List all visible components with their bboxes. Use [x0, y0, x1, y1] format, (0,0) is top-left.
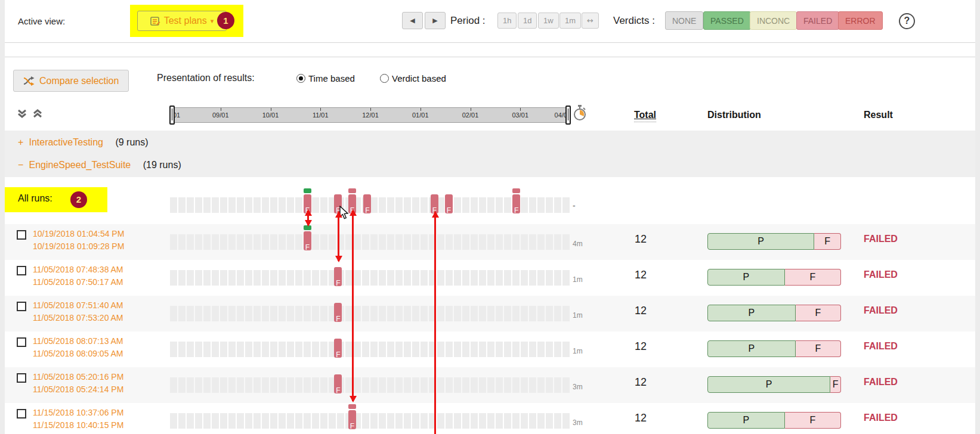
distribution-bar: P F [707, 412, 841, 429]
run-timestamps[interactable]: 11/05/2018 08:07:13 AM 11/05/2018 08:09:… [33, 335, 123, 360]
radio-time-based[interactable]: Time based [296, 73, 355, 83]
run-checkbox[interactable] [17, 409, 26, 418]
run-end-time[interactable]: 11/15/2018 10:40:15 PM [33, 419, 123, 432]
runs-table: All runs: 2 FFFFFFF - 10/19/2018 01:04:5… [5, 190, 975, 434]
run-start-time[interactable]: 11/05/2018 08:07:13 AM [33, 335, 123, 348]
failed-run-marker[interactable]: F [431, 194, 438, 213]
run-start-time[interactable]: 11/05/2018 07:51:40 AM [33, 299, 123, 312]
verdict-passed-toggle[interactable]: PASSED [703, 11, 751, 30]
expand-all-icon[interactable] [17, 108, 27, 122]
timeline-range-slider[interactable]: 0109/0110/0111/0112/0101/0102/0103/0104/… [170, 107, 570, 123]
run-timestamps[interactable]: 11/05/2018 07:51:40 AM 11/05/2018 07:53:… [33, 299, 123, 324]
run-end-time[interactable]: 11/05/2018 07:50:17 AM [33, 276, 123, 289]
caret-down-icon: ▾ [211, 17, 214, 25]
failed-run-marker[interactable]: F [334, 339, 342, 358]
run-duration: 1m [573, 347, 583, 355]
annotation-badge-1: 1 [217, 12, 234, 29]
tree-item-run-count: (19 runs) [143, 160, 181, 170]
run-timestamps[interactable]: 11/15/2018 10:37:06 PM 11/15/2018 10:40:… [33, 407, 123, 432]
distribution-failed-segment[interactable]: F [830, 376, 841, 393]
column-header-total[interactable]: Total [634, 110, 656, 122]
distribution-passed-segment[interactable]: P [707, 305, 796, 321]
run-end-time[interactable]: 11/05/2018 05:24:14 PM [33, 383, 123, 396]
run-checkbox[interactable] [17, 266, 26, 275]
failed-run-marker[interactable]: F [334, 374, 342, 393]
run-end-time[interactable]: 10/19/2018 01:09:28 PM [33, 240, 124, 253]
failed-run-marker[interactable]: F [304, 194, 311, 213]
run-end-time[interactable]: 11/05/2018 08:09:05 AM [33, 348, 123, 360]
column-header-result: Result [864, 110, 893, 120]
distribution-passed-segment[interactable]: P [707, 376, 830, 393]
run-marker-cap-red [348, 188, 356, 193]
distribution-passed-segment[interactable]: P [707, 340, 796, 357]
verdict-inconc-toggle[interactable]: INCONC [750, 11, 797, 30]
failed-run-marker[interactable]: F [304, 231, 311, 250]
test-plans-dropdown[interactable]: Test plans ▾ [137, 11, 227, 31]
run-timestamps[interactable]: 11/05/2018 07:48:38 AM 11/05/2018 07:50:… [33, 264, 123, 289]
tree-item-label[interactable]: EngineSpeed_TestSuite [29, 160, 131, 170]
help-icon[interactable]: ? [899, 13, 915, 29]
run-checkbox[interactable] [17, 230, 26, 240]
compare-arrows-icon [23, 76, 35, 86]
tree-item-label[interactable]: InteractiveTesting [29, 137, 103, 147]
tree-item-enginespeed-testsuite[interactable]: − EngineSpeed_TestSuite (19 runs) [18, 160, 181, 172]
compare-selection-button[interactable]: Compare selection [13, 70, 129, 92]
verdict-error-toggle[interactable]: ERROR [838, 11, 883, 30]
tree-item-interactivetesting[interactable]: + InteractiveTesting (9 runs) [18, 137, 149, 149]
run-row: 11/15/2018 10:37:06 PM 11/15/2018 10:40:… [5, 403, 975, 434]
period-1h-button[interactable]: 1h [497, 13, 517, 29]
run-row: 11/05/2018 07:48:38 AM 11/05/2018 07:50:… [5, 260, 975, 296]
timeline-handle-left[interactable] [169, 106, 175, 125]
failed-run-marker[interactable]: F [334, 194, 342, 213]
period-1d-button[interactable]: 1d [518, 13, 537, 29]
timeline-date-label: 10/01 [262, 111, 279, 119]
distribution-passed-segment[interactable]: P [707, 412, 785, 429]
distribution-passed-segment[interactable]: P [707, 233, 814, 250]
failed-run-marker[interactable]: F [334, 267, 342, 286]
distribution-failed-segment[interactable]: F [814, 233, 841, 250]
run-timestamps[interactable]: 11/05/2018 05:20:16 PM 11/05/2018 05:24:… [33, 371, 123, 396]
run-checkbox[interactable] [17, 337, 26, 347]
distribution-bar: P F [707, 305, 841, 321]
failed-run-marker[interactable]: F [512, 194, 520, 213]
distribution-failed-segment[interactable]: F [796, 340, 841, 357]
run-checkbox[interactable] [17, 302, 26, 311]
stopwatch-icon[interactable] [573, 104, 587, 123]
failed-run-marker[interactable]: F [348, 194, 356, 213]
timeline-prev-button[interactable]: ◀ [402, 12, 423, 29]
failed-run-marker[interactable]: F [363, 194, 371, 213]
failed-run-marker[interactable]: F [334, 303, 342, 322]
period-1w-button[interactable]: 1w [538, 13, 559, 29]
distribution-passed-segment[interactable]: P [707, 269, 785, 286]
run-marker-cap-green [304, 225, 311, 230]
compare-selection-label: Compare selection [39, 76, 119, 86]
failed-run-marker[interactable]: F [445, 194, 453, 213]
run-timestamps[interactable]: 10/19/2018 01:04:54 PM 10/19/2018 01:09:… [33, 228, 124, 253]
run-start-time[interactable]: 11/05/2018 05:20:16 PM [33, 371, 123, 383]
distribution-failed-segment[interactable]: F [785, 269, 841, 286]
run-checkbox[interactable] [17, 373, 26, 383]
timeline-date-label: 02/01 [462, 111, 479, 119]
period-1m-button[interactable]: 1m [559, 13, 581, 29]
run-result: FAILED [864, 234, 898, 244]
timeline-next-button[interactable]: ▶ [425, 12, 446, 29]
distribution-failed-segment[interactable]: F [785, 412, 841, 429]
run-total: 12 [619, 233, 662, 246]
run-duration: 3m [573, 383, 583, 391]
run-duration: 1m [573, 275, 583, 284]
collapse-all-icon[interactable] [32, 108, 43, 122]
run-start-time[interactable]: 10/19/2018 01:04:54 PM [33, 228, 124, 240]
run-timeline-strip: F [170, 270, 570, 286]
failed-run-marker[interactable]: F [348, 410, 356, 429]
timeline-handle-right[interactable] [565, 106, 571, 125]
verdict-none-toggle[interactable]: NONE [665, 11, 703, 30]
run-start-time[interactable]: 11/15/2018 10:37:06 PM [33, 407, 123, 419]
period-custom-button[interactable]: ↔ [582, 13, 599, 29]
distribution-failed-segment[interactable]: F [796, 305, 841, 321]
expander-plus-icon[interactable]: + [18, 137, 26, 148]
expander-minus-icon[interactable]: − [18, 160, 26, 170]
run-end-time[interactable]: 11/05/2018 07:53:20 AM [33, 312, 123, 324]
radio-verdict-based[interactable]: Verdict based [380, 73, 446, 83]
run-start-time[interactable]: 11/05/2018 07:48:38 AM [33, 264, 123, 276]
verdict-failed-toggle[interactable]: FAILED [796, 11, 839, 30]
